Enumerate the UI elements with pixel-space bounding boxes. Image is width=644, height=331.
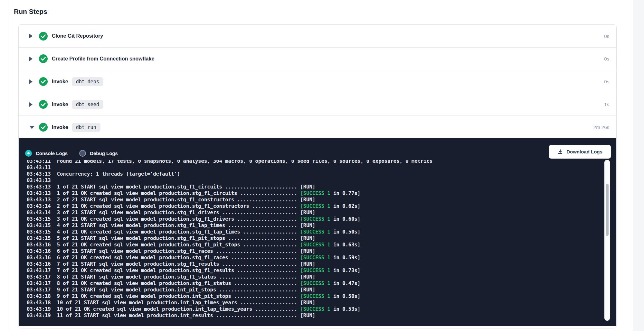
console-logs-label: Console Logs [36, 151, 68, 156]
log-timestamp: 03:43:13 [27, 190, 51, 196]
status-success-icon [39, 100, 48, 109]
log-status-tail: in 0.50s] [330, 293, 360, 299]
log-line: 03:43:153 of 21 OK created sql view mode… [27, 216, 603, 222]
status-success-icon [39, 123, 48, 132]
step-row[interactable]: Clone Git Repository 0s [19, 25, 616, 48]
log-line: 03:43:166 of 21 START sql view model pro… [27, 248, 603, 254]
step-row[interactable]: Invoke dbt seed 1s [19, 93, 616, 116]
log-timestamp: 03:43:19 [27, 306, 51, 312]
log-message: 10 of 21 START sql view model production… [57, 300, 316, 306]
log-line: 03:43:154 of 21 START sql view model pro… [27, 222, 603, 229]
log-line: 03:43:1910 of 21 OK created sql view mod… [27, 306, 603, 312]
log-success-status: [SUCCESS 1 [300, 203, 330, 209]
expand-caret-icon[interactable] [29, 102, 36, 107]
log-success-status: [SUCCESS 1 [300, 306, 330, 312]
log-line: 03:43:11Found 21 models, 17 tests, 0 sna… [27, 160, 603, 164]
command-badge: dbt run [72, 123, 100, 132]
run-steps-card: Clone Git Repository 0s Create Profile f… [18, 24, 617, 328]
step-label: Invoke [52, 102, 68, 107]
log-status-tail: in 0.77s] [330, 190, 360, 196]
log-line: 03:43:1911 of 21 START sql view model pr… [27, 312, 603, 319]
log-tabs: Console Logs Debug Logs [25, 150, 118, 157]
log-line: 03:43:13Concurrency: 1 threads (target='… [27, 171, 603, 177]
log-line: 03:43:143 of 21 START sql view model pro… [27, 209, 603, 216]
log-timestamp: 03:43:15 [27, 235, 51, 241]
step-label: Create Profile from Connection snowflake [52, 56, 154, 62]
log-timestamp: 03:43:17 [27, 287, 51, 293]
log-status-tail: in 0.63s] [330, 242, 360, 248]
log-timestamp: 03:43:15 [27, 229, 51, 235]
console-log-output[interactable]: 03:43:11Found 21 models, 17 tests, 0 sna… [27, 160, 603, 326]
log-message: 7 of 21 START sql view model production.… [57, 261, 316, 267]
log-line: 03:43:167 of 21 START sql view model pro… [27, 261, 603, 267]
log-line: 03:43:189 of 21 OK created sql view mode… [27, 293, 603, 299]
log-message: 5 of 21 OK created sql view model produc… [57, 242, 300, 248]
log-message: 4 of 21 OK created sql view model produc… [57, 229, 300, 235]
log-status-tail: in 0.47s] [330, 280, 360, 286]
step-duration: 1s [604, 102, 609, 107]
page-right-gutter [633, 0, 644, 331]
log-line: 03:43:142 of 21 OK created sql view mode… [27, 203, 603, 209]
log-success-status: [SUCCESS 1 [300, 255, 330, 261]
log-status-tail: in 0.62s] [330, 203, 360, 209]
log-message: 8 of 21 OK created sql view model produc… [57, 280, 300, 286]
log-line: 03:43:177 of 21 OK created sql view mode… [27, 267, 603, 274]
tab-console-logs[interactable]: Console Logs [25, 150, 68, 157]
log-success-status: [SUCCESS 1 [300, 293, 330, 299]
log-lines: 03:43:11Found 21 models, 17 tests, 0 sna… [27, 160, 603, 319]
command-badge: dbt seed [72, 100, 103, 109]
tab-debug-logs[interactable]: Debug Logs [79, 150, 118, 157]
radio-selected-icon[interactable] [25, 150, 32, 157]
log-line: 03:43:166 of 21 OK created sql view mode… [27, 254, 603, 261]
step-duration: 2m 26s [593, 124, 609, 130]
log-message: 9 of 21 OK created sql view model produc… [57, 293, 300, 299]
log-line: 03:43:165 of 21 OK created sql view mode… [27, 242, 603, 248]
log-message: 10 of 21 OK created sql view model produ… [57, 306, 300, 312]
log-message: 11 of 21 START sql view model production… [57, 313, 316, 318]
log-timestamp: 03:43:17 [27, 280, 51, 286]
log-timestamp: 03:43:11 [27, 165, 51, 170]
log-message: 6 of 21 OK created sql view model produc… [57, 255, 300, 261]
log-timestamp: 03:43:16 [27, 242, 51, 248]
expand-caret-icon[interactable] [29, 34, 36, 38]
log-timestamp: 03:43:11 [27, 160, 51, 164]
log-line: 03:43:154 of 21 OK created sql view mode… [27, 229, 603, 235]
radio-unselected-icon[interactable] [79, 150, 86, 157]
expand-caret-icon[interactable] [29, 57, 36, 61]
log-status-tail: in 0.50s] [330, 229, 360, 235]
log-message: 3 of 21 START sql view model production.… [57, 210, 316, 216]
log-line: 03:43:11 [27, 164, 603, 171]
step-label: Invoke [52, 79, 68, 85]
log-success-status: [SUCCESS 1 [300, 216, 330, 222]
log-timestamp: 03:43:15 [27, 216, 51, 222]
log-status-tail: in 0.73s] [330, 268, 360, 273]
debug-logs-label: Debug Logs [90, 151, 118, 156]
log-message: 1 of 21 START sql view model production.… [57, 184, 316, 190]
log-line: 03:43:132 of 21 START sql view model pro… [27, 197, 603, 203]
log-timestamp: 03:43:14 [27, 210, 51, 216]
page-title: Run Steps [14, 8, 47, 15]
step-row[interactable]: Create Profile from Connection snowflake… [19, 48, 616, 70]
expand-caret-icon[interactable] [29, 79, 36, 84]
step-row[interactable]: Invoke dbt run 2m 26s [19, 116, 616, 139]
status-success-icon [39, 77, 48, 86]
log-status-tail: in 0.53s] [330, 306, 360, 312]
log-message: 4 of 21 START sql view model production.… [57, 223, 316, 228]
log-line: 03:43:13 [27, 177, 603, 184]
log-scrollbar-thumb[interactable] [606, 184, 609, 236]
log-success-status: [SUCCESS 1 [300, 190, 330, 196]
step-row[interactable]: Invoke dbt deps 0s [19, 70, 616, 93]
log-timestamp: 03:43:16 [27, 248, 51, 254]
log-timestamp: 03:43:17 [27, 274, 51, 280]
step-duration: 0s [604, 33, 609, 39]
collapse-caret-icon[interactable] [29, 126, 36, 129]
log-status-tail: in 0.59s] [330, 255, 360, 261]
log-line: 03:43:178 of 21 OK created sql view mode… [27, 280, 603, 287]
download-logs-label: Download Logs [566, 149, 602, 154]
log-scrollbar-track[interactable] [604, 160, 610, 321]
log-timestamp: 03:43:14 [27, 203, 51, 209]
log-panel: Console Logs Debug Logs Download Logs 03… [19, 138, 616, 326]
log-timestamp: 03:43:16 [27, 255, 51, 261]
log-success-status: [SUCCESS 1 [300, 268, 330, 273]
download-logs-button[interactable]: Download Logs [549, 145, 611, 159]
